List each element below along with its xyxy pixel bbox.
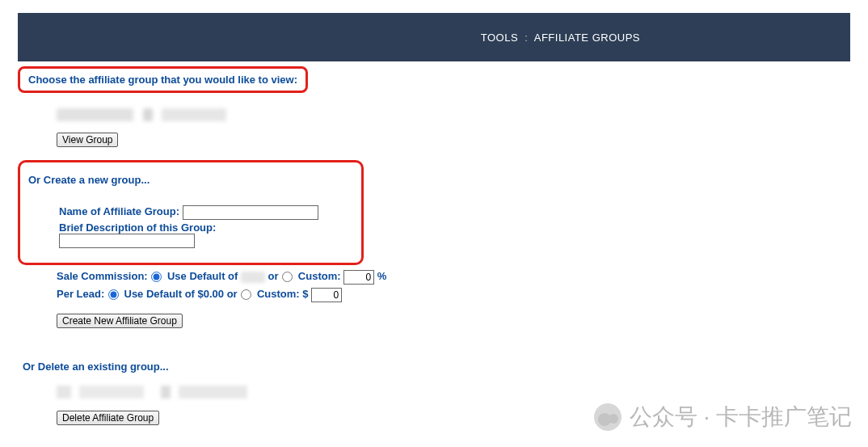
create-group-box: Or Create a new group... Name of Affilia…	[18, 160, 364, 265]
name-row: Name of Affiliate Group:	[59, 205, 353, 220]
lead-custom-radio[interactable]	[241, 289, 251, 300]
desc-row: Brief Description of this Group:	[59, 221, 353, 248]
lead-custom-input[interactable]	[311, 288, 342, 302]
redacted-group-select[interactable]	[57, 108, 133, 121]
lead-default-text: Use Default of $0.00 or	[124, 288, 238, 300]
breadcrumb: TOOLS : AFFILIATE GROUPS	[481, 32, 640, 44]
create-group-heading: Or Create a new group...	[28, 174, 353, 186]
delete-group-heading: Or Delete an existing group...	[23, 361, 868, 373]
commission-block: Sale Commission: Use Default of or Custo…	[57, 270, 868, 328]
create-group-button[interactable]: Create New Affiliate Group	[57, 314, 183, 328]
view-group-heading: Choose the affiliate group that you woul…	[28, 74, 297, 86]
redacted-spacer	[143, 108, 153, 121]
sale-custom-label: Custom:	[298, 270, 341, 282]
delete-group-button[interactable]: Delete Affiliate Group	[57, 411, 159, 425]
redacted-del-3	[161, 386, 171, 399]
sale-percent: %	[377, 270, 387, 282]
header-bar: TOOLS : AFFILIATE GROUPS	[18, 13, 850, 61]
view-group-button[interactable]: View Group	[57, 133, 118, 147]
view-group-select-row	[57, 108, 868, 121]
sale-default-prefix: Use Default of	[167, 270, 238, 282]
sale-commission-label: Sale Commission:	[57, 270, 148, 282]
sale-default-radio[interactable]	[151, 272, 162, 282]
redacted-del-2	[79, 386, 144, 399]
breadcrumb-affiliate-groups: AFFILIATE GROUPS	[534, 32, 640, 44]
lead-custom-label: Custom: $	[257, 288, 309, 300]
redacted-del-4	[179, 386, 247, 399]
sale-custom-input[interactable]	[343, 270, 374, 285]
lead-default-radio[interactable]	[108, 289, 119, 300]
view-group-heading-box: Choose the affiliate group that you woul…	[18, 66, 308, 93]
redacted-del-1[interactable]	[57, 386, 71, 399]
desc-input[interactable]	[59, 234, 195, 248]
desc-label: Brief Description of this Group:	[59, 221, 216, 234]
name-label: Name of Affiliate Group:	[59, 205, 179, 217]
name-input[interactable]	[183, 205, 318, 220]
sale-default-value-redacted	[241, 272, 265, 283]
breadcrumb-separator: :	[521, 32, 531, 44]
redacted-group-info	[162, 108, 226, 121]
breadcrumb-tools[interactable]: TOOLS	[481, 32, 518, 44]
lead-label: Per Lead:	[57, 288, 104, 300]
sale-custom-radio[interactable]	[282, 272, 293, 282]
sale-or: or	[268, 270, 279, 282]
delete-group-select-row	[57, 386, 868, 401]
